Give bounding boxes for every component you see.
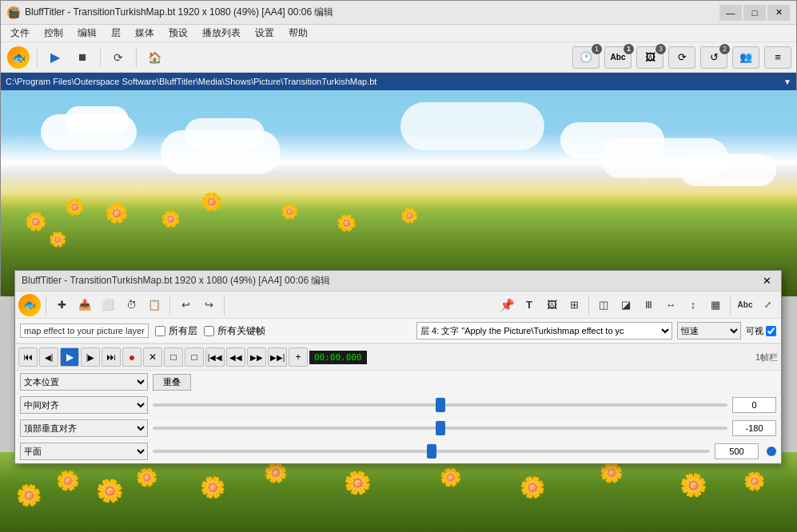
maximize-button[interactable]: □	[743, 5, 766, 21]
menu-layer[interactable]: 层	[105, 25, 127, 42]
badge-btn-users[interactable]: 👥	[732, 46, 759, 69]
slider-track-1[interactable]	[153, 403, 727, 407]
float-paste-btn[interactable]: 📋	[144, 295, 165, 316]
float-flip-h-btn[interactable]: ↔	[660, 295, 681, 316]
trans-to-end[interactable]: ⏭	[102, 347, 121, 367]
trans-jump-back[interactable]: ◀◀	[226, 347, 245, 367]
badge-btn-abc[interactable]: Abc 1	[604, 46, 632, 69]
float-import-btn[interactable]: 📥	[74, 295, 95, 316]
bottom-flower-6: 🌼	[264, 462, 288, 484]
float-redo-btn[interactable]: ↪	[198, 295, 219, 316]
layer-label: map effect to your picture layer	[20, 324, 149, 338]
float-copy-btn[interactable]: ⬜	[98, 295, 118, 316]
minimize-button[interactable]: —	[719, 5, 742, 21]
badge-btn-fx[interactable]: ⟳	[668, 46, 695, 69]
all-keyframes-checkbox[interactable]	[204, 326, 214, 336]
menu-media[interactable]: 媒体	[129, 25, 161, 42]
trans-record[interactable]: ●	[122, 347, 141, 367]
all-layers-label: 所有层	[169, 324, 197, 338]
float-timer-btn[interactable]: ⏱	[121, 295, 141, 316]
float-sep2	[169, 296, 170, 315]
flower-4: 🌼	[49, 231, 66, 248]
refresh-button[interactable]: ⟳	[106, 46, 130, 69]
menu-help[interactable]: 帮助	[282, 25, 314, 42]
float-window-title: BluffTitler - TransitionTurkishMap.bt 19…	[22, 274, 330, 288]
trans-to-start[interactable]: ⏮	[18, 347, 38, 367]
param-select-3[interactable]: 平面	[20, 443, 148, 460]
slider-track-2[interactable]	[153, 427, 727, 430]
file-path[interactable]: C:\Program Files\Outerspace Software\Blu…	[6, 77, 783, 86]
menu-bar: 文件 控制 编辑 层 媒体 预设 播放列表 设置 帮助	[1, 25, 796, 42]
bottom-flower-11: 🌼	[679, 472, 707, 498]
trans-jump-end[interactable]: ▶▶|	[268, 347, 287, 367]
badge-btn-menu[interactable]: ≡	[764, 46, 791, 69]
bottom-flower-8: 🌼	[440, 467, 461, 488]
menu-file[interactable]: 文件	[4, 25, 36, 42]
trans-plus[interactable]: +	[289, 347, 308, 367]
float-align-right-btn[interactable]: ◪	[616, 295, 636, 316]
slider-thumb-1[interactable]	[436, 398, 445, 412]
param-select-2[interactable]: 顶部垂直对齐	[20, 419, 148, 437]
trans-next-frame[interactable]: |▶	[81, 347, 100, 367]
stop-button[interactable]: ⏹	[70, 46, 94, 69]
menu-edit[interactable]: 编辑	[71, 25, 103, 42]
badge-btn-rotate[interactable]: ↺ 2	[700, 46, 727, 69]
menu-preset[interactable]: 预设	[162, 25, 194, 42]
repeat-button[interactable]: 重叠	[153, 374, 191, 391]
menu-playlist[interactable]: 播放列表	[196, 25, 247, 42]
trans-prev-frame[interactable]: ◀|	[39, 347, 58, 367]
trans-keyframe1[interactable]: □	[164, 347, 183, 367]
float-flip-v-btn[interactable]: ↕	[683, 295, 703, 316]
float-grid-btn[interactable]: ⊞	[564, 295, 584, 316]
all-keyframes-group: 所有关键帧	[204, 324, 265, 338]
badge-btn-1[interactable]: 🕐 1	[572, 46, 600, 69]
flower-2: 🌼	[65, 197, 85, 216]
param-select-1[interactable]: 中间对齐	[20, 396, 148, 414]
trans-keyframe2[interactable]: □	[185, 347, 204, 367]
badge-btn-img[interactable]: 🖼 3	[636, 46, 664, 69]
close-button[interactable]: ✕	[767, 5, 790, 21]
bottom-flower-5: 🌼	[200, 475, 225, 500]
trans-jump-start[interactable]: |◀◀	[205, 347, 225, 367]
param-value-3[interactable]	[715, 443, 759, 459]
float-content: map effect to your picture layer 所有层 所有关…	[15, 319, 781, 463]
play-button[interactable]: ▶	[43, 46, 67, 69]
trans-stop-x[interactable]: ✕	[143, 347, 162, 367]
visible-label: 可视	[746, 325, 763, 337]
slider-thumb-2[interactable]	[436, 421, 445, 435]
menu-settings[interactable]: 设置	[249, 25, 281, 42]
param-value-2[interactable]	[732, 420, 776, 436]
all-layers-checkbox[interactable]	[155, 326, 165, 336]
slider-track-3[interactable]	[153, 450, 710, 453]
flower-5: 🌼	[161, 209, 181, 228]
float-abc-btn[interactable]: Abc	[735, 295, 755, 316]
float-close-button[interactable]: ✕	[759, 274, 775, 288]
param-rows: 中间对齐 顶部垂直对齐	[15, 394, 781, 463]
float-add-btn[interactable]: ✚	[51, 295, 72, 316]
menu-control[interactable]: 控制	[38, 25, 70, 42]
layer-select-area: 层 4: 文字 "Apply the Picture\Turkishmap ef…	[416, 322, 776, 339]
flower-3: 🌼	[105, 202, 129, 224]
float-text-btn[interactable]: T	[519, 295, 540, 316]
param-value-1[interactable]	[732, 397, 776, 413]
float-expand-btn[interactable]: ▦	[705, 295, 726, 316]
trans-play[interactable]: ▶	[60, 347, 79, 367]
float-fx-btn[interactable]: Ⅲ	[638, 295, 659, 316]
float-pin-btn[interactable]: 📌	[496, 295, 517, 316]
trans-jump-fwd[interactable]: ▶▶	[247, 347, 266, 367]
bottom-flower-9: 🌼	[520, 475, 545, 500]
float-title-bar: BluffTitler - TransitionTurkishMap.bt 19…	[15, 271, 781, 292]
layer-dropdown[interactable]: 层 4: 文字 "Apply the Picture\Turkishmap ef…	[416, 322, 672, 339]
float-undo-btn[interactable]: ↩	[175, 295, 196, 316]
visible-checkbox[interactable]	[766, 326, 776, 336]
slider-thumb-3[interactable]	[427, 444, 436, 459]
float-image-btn[interactable]: 🖼	[541, 295, 562, 316]
home-button[interactable]: 🏠	[142, 46, 166, 69]
speed-dropdown[interactable]: 恒速	[677, 322, 741, 339]
all-keyframes-label: 所有关键帧	[217, 324, 265, 338]
path-dropdown-icon[interactable]: ▼	[783, 77, 791, 86]
position-dropdown[interactable]: 文本位置	[20, 373, 148, 391]
bottom-scene: 🌼 🌼 🌼 🌼 🌼 🌼 🌼 🌼 🌼 🌼 🌼 🌼	[0, 452, 797, 532]
float-maximize-btn[interactable]: ⤢	[757, 295, 778, 316]
float-align-left-btn[interactable]: ◫	[593, 295, 614, 316]
